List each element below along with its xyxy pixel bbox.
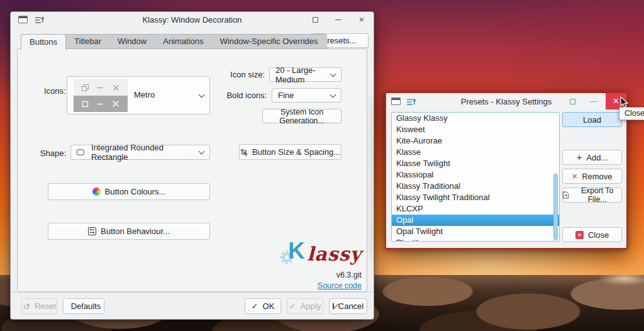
list-item[interactable]: Kisweet — [392, 124, 559, 135]
icon-size-dropdown[interactable]: 20 - Large-Medium — [269, 67, 341, 82]
icons-label: Icons: — [44, 86, 66, 96]
version-label: v6.3.git — [336, 271, 362, 279]
color-wheel-icon — [92, 188, 101, 196]
chevron-down-icon — [199, 149, 205, 155]
icons-style-value: Metro — [134, 90, 155, 99]
cancel-icon — [333, 303, 334, 310]
presets-window: Presets - Klassy Settings × Glassy Klass… — [385, 92, 628, 249]
presets-titlebar[interactable]: Presets - Klassy Settings × — [386, 93, 626, 109]
mouse-cursor — [620, 96, 629, 111]
check-icon: ✓ — [289, 301, 296, 311]
close-icon — [112, 100, 119, 108]
list-item[interactable]: Plastik — [392, 237, 559, 242]
source-code-link[interactable]: Source code — [318, 281, 362, 290]
system-icon-generation-button[interactable]: System Icon Generation... — [262, 109, 341, 123]
dialog-footer: ↺ Reset Defaults ✓ OK ✓ Apply — [11, 292, 374, 320]
maximize-icon — [82, 101, 89, 108]
check-icon: ✓ — [252, 301, 258, 311]
close-button[interactable]: × — [356, 14, 367, 25]
list-item-selected[interactable]: Opal — [392, 215, 559, 226]
chevron-down-icon — [199, 91, 205, 98]
minimize-icon — [97, 84, 104, 91]
load-button[interactable]: Load — [562, 112, 622, 127]
bold-icons-dropdown[interactable]: Fine — [272, 88, 341, 103]
tab-window-specific-overrides[interactable]: Window-Specific Overrides — [212, 35, 326, 48]
maximize-button[interactable] — [567, 96, 578, 107]
ok-button[interactable]: ✓ OK — [245, 298, 281, 314]
apply-button[interactable]: ✓ Apply — [287, 298, 323, 314]
list-item[interactable]: Kite-Aurorae — [392, 135, 559, 147]
list-item[interactable]: Klasse Twilight — [392, 158, 559, 169]
app-icon — [391, 98, 401, 105]
list-item[interactable]: Glassy Klassy — [392, 113, 559, 124]
crop-icon — [240, 149, 248, 156]
restore-icon — [82, 84, 89, 91]
tab-animations[interactable]: Animations — [155, 35, 211, 48]
close-dialog-button[interactable]: × Close — [562, 227, 622, 242]
list-item[interactable]: Klassiopal — [392, 169, 559, 181]
reset-button[interactable]: ↺ Reset — [21, 298, 57, 314]
list-item[interactable]: Klasse — [392, 147, 559, 158]
remove-button[interactable]: × Remove — [562, 169, 622, 184]
export-document-icon — [563, 191, 569, 199]
minimize-button[interactable] — [333, 14, 344, 25]
tab-titlebar[interactable]: Titlebar — [66, 35, 109, 48]
icon-style-preview — [74, 79, 128, 112]
klassy-logo: K lassy — [286, 237, 362, 266]
export-to-file-button[interactable]: Export To File... — [562, 188, 622, 203]
maximize-button[interactable] — [309, 14, 321, 25]
tab-buttons[interactable]: Buttons — [21, 34, 66, 50]
logo-letter-k: K — [288, 238, 305, 264]
rounded-rectangle-icon — [77, 149, 84, 155]
plus-icon: + — [577, 154, 582, 161]
list-item[interactable]: Klassy Traditional — [392, 181, 559, 192]
button-colours-button[interactable]: Button Colours... — [48, 183, 210, 200]
bold-icons-label: Bold icons: — [226, 91, 267, 100]
button-size-spacing-button[interactable]: Button Size & Spacing... — [239, 144, 341, 160]
klassy-settings-window: Klassy: Window Decoration × Buttons Titl… — [10, 11, 374, 320]
defaults-button[interactable]: Defaults — [63, 298, 104, 314]
add-button[interactable]: + Add... — [562, 150, 622, 165]
minimize-icon — [97, 101, 104, 108]
icons-style-dropdown[interactable]: Metro — [67, 76, 210, 115]
scrollbar-thumb[interactable] — [553, 174, 558, 240]
tabbar: Buttons Titlebar Window Animations Windo… — [21, 34, 327, 49]
app-icon — [18, 16, 28, 23]
buttons-tab-pane: Icons: — [17, 48, 367, 292]
remove-x-icon: × — [572, 172, 577, 180]
list-item[interactable]: Opal Twilight — [392, 226, 559, 237]
main-titlebar[interactable]: Klassy: Window Decoration × — [11, 12, 374, 27]
shape-dropdown[interactable]: Integrated Rounded Rectangle — [70, 145, 210, 160]
list-item[interactable]: KLCXP — [392, 203, 559, 215]
reset-icon: ↺ — [23, 301, 30, 311]
icon-size-label: Icon size: — [230, 70, 265, 79]
close-icon — [113, 84, 119, 91]
tab-window[interactable]: Window — [109, 35, 155, 48]
shape-label: Shape: — [30, 149, 66, 158]
menu-overflow-icon[interactable] — [407, 98, 416, 106]
close-box-icon: × — [575, 231, 584, 239]
logo-script-text: lassy — [307, 243, 362, 266]
button-behaviour-button[interactable]: Button Behaviour... — [48, 223, 210, 240]
preset-list[interactable]: Glassy Klassy Kisweet Kite-Aurorae Klass… — [391, 112, 560, 242]
list-item[interactable]: Klassy Twilight Traditional — [392, 192, 559, 203]
behaviour-sliders-icon — [88, 227, 96, 235]
cancel-button[interactable]: Cancel — [329, 298, 367, 314]
chevron-down-icon — [330, 91, 336, 98]
minimize-button[interactable] — [587, 96, 599, 107]
chevron-down-icon — [330, 70, 336, 77]
menu-overflow-icon[interactable] — [35, 16, 44, 24]
